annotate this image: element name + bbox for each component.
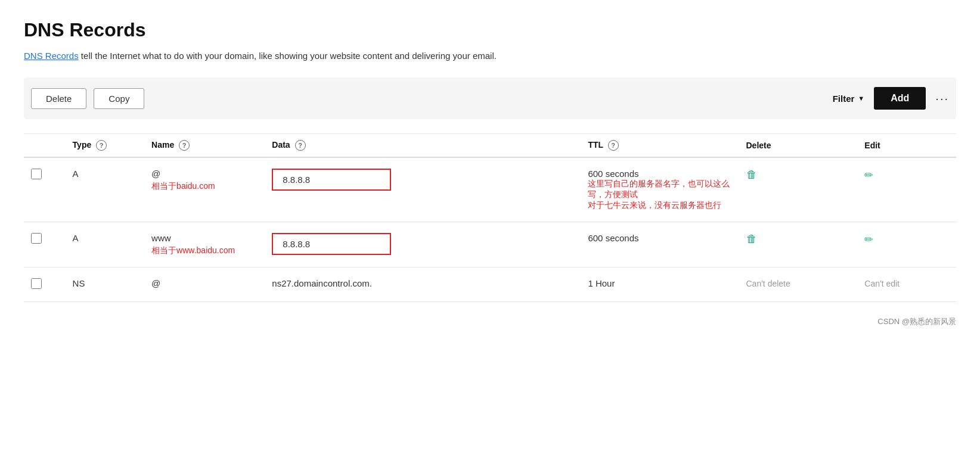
name-annotation-2: 相当于www.baidu.com: [151, 245, 258, 256]
checkbox-1[interactable]: [31, 169, 42, 179]
row-name-1: @ 相当于baidu.com: [144, 157, 265, 222]
row-delete-1[interactable]: 🗑: [739, 157, 858, 222]
name-annotation-1: 相当于baidu.com: [151, 181, 258, 192]
cant-edit-label: Can't edit: [864, 279, 900, 288]
row-checkbox-3[interactable]: [24, 268, 66, 302]
row-edit-1[interactable]: ✏: [857, 157, 956, 222]
row-ttl-2: 600 seconds: [581, 222, 739, 268]
row-delete-2[interactable]: 🗑: [739, 222, 858, 268]
toolbar-right: Filter ▼ Add ···: [833, 87, 949, 110]
table-row: A www 相当于www.baidu.com 8.8.8.8 600 secon…: [24, 222, 956, 268]
page-title: DNS Records: [24, 19, 956, 41]
table-header-delete: Delete: [739, 134, 858, 158]
filter-button[interactable]: Filter ▼: [833, 94, 865, 104]
checkbox-2[interactable]: [31, 233, 42, 244]
table-header-row: Type ? Name ? Data ? TTL ? Delete Edit: [24, 134, 956, 158]
filter-label: Filter: [833, 94, 855, 104]
table-header-edit: Edit: [857, 134, 956, 158]
data-highlight-box-1: 8.8.8.8: [272, 169, 391, 191]
data-highlight-box-2: 8.8.8.8: [272, 233, 391, 255]
table-row: NS @ ns27.domaincontrol.com. 1 Hour Can'…: [24, 268, 956, 302]
ttl-annotation-1: 这里写自己的服务器名字，也可以这么写，方便测试对于七牛云来说，没有云服务器也行: [588, 179, 731, 211]
row-data-3: ns27.domaincontrol.com.: [265, 268, 581, 302]
table-header-data: Data ?: [265, 134, 581, 158]
table-row: A @ 相当于baidu.com 8.8.8.8 600 seconds 这里写…: [24, 157, 956, 222]
ttl-help-icon[interactable]: ?: [608, 140, 619, 151]
cant-delete-label: Can't delete: [746, 279, 790, 288]
toolbar: Delete Copy Filter ▼ Add ···: [24, 77, 956, 119]
copy-button[interactable]: Copy: [94, 88, 144, 109]
more-options-button[interactable]: ···: [935, 92, 949, 105]
delete-button[interactable]: Delete: [31, 88, 86, 109]
dns-records-link[interactable]: DNS Records: [24, 51, 79, 61]
edit-icon-1[interactable]: ✏: [864, 169, 873, 181]
table-header-checkbox: [24, 134, 66, 158]
delete-icon-1[interactable]: 🗑: [746, 169, 757, 181]
footer-note: CSDN @熟悉的新风景: [24, 316, 956, 327]
row-type-1: A: [66, 157, 145, 222]
type-help-icon[interactable]: ?: [96, 140, 107, 151]
row-ttl-1: 600 seconds 这里写自己的服务器名字，也可以这么写，方便测试对于七牛云…: [581, 157, 739, 222]
delete-icon-2[interactable]: 🗑: [746, 233, 757, 245]
row-type-2: A: [66, 222, 145, 268]
table-header-ttl: TTL ?: [581, 134, 739, 158]
row-cant-edit-3: Can't edit: [857, 268, 956, 302]
row-checkbox-1[interactable]: [24, 157, 66, 222]
row-data-1: 8.8.8.8: [265, 157, 581, 222]
row-cant-delete-3: Can't delete: [739, 268, 858, 302]
checkbox-3[interactable]: [31, 278, 42, 289]
row-name-2: www 相当于www.baidu.com: [144, 222, 265, 268]
row-name-3: @: [144, 268, 265, 302]
row-checkbox-2[interactable]: [24, 222, 66, 268]
toolbar-left: Delete Copy: [31, 88, 833, 109]
dns-table: Type ? Name ? Data ? TTL ? Delete Edit: [24, 133, 956, 302]
table-header-type: Type ?: [66, 134, 145, 158]
row-type-3: NS: [66, 268, 145, 302]
chevron-down-icon: ▼: [858, 95, 864, 102]
name-help-icon[interactable]: ?: [179, 140, 190, 151]
row-edit-2[interactable]: ✏: [857, 222, 956, 268]
table-header-name: Name ?: [144, 134, 265, 158]
row-data-2: 8.8.8.8: [265, 222, 581, 268]
add-button[interactable]: Add: [874, 87, 926, 110]
page-description: DNS Records tell the Internet what to do…: [24, 51, 956, 61]
edit-icon-2[interactable]: ✏: [864, 234, 873, 245]
row-ttl-3: 1 Hour: [581, 268, 739, 302]
data-help-icon[interactable]: ?: [295, 140, 306, 151]
